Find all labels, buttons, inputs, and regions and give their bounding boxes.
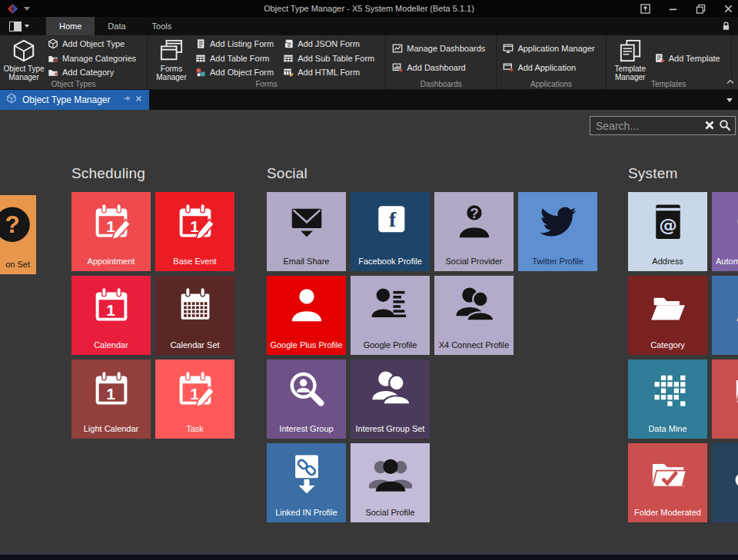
ribbon-column: Add Listing Form Add Table Form Add Obje… [192,37,280,79]
tile-twitter-profile[interactable]: Twitter Profile [518,192,597,271]
pin-tab-icon[interactable] [123,90,131,110]
ribbon-item-manage-categories[interactable]: Manage Categories [46,53,142,64]
section-offscreen: ?on Set [0,195,36,274]
tile-label: Autom [712,257,738,266]
tile-label: Google Plus Profile [267,340,346,350]
tile-x4-connect-profile[interactable]: X4 Connect Profile [434,276,514,355]
social-provider-icon: ? [434,201,514,244]
tile-autom[interactable]: Autom [712,192,738,271]
ribbon-button-template-manager[interactable]: Template Manager [610,37,651,81]
window-title: Object Type Manager - X5 System Modeller… [0,0,738,17]
tile-label: Light Calendar [71,424,151,433]
ribbon-item-application-manager[interactable]: Application Manager [501,43,600,54]
status-bar [0,554,738,560]
tile-cutoff[interactable] [712,360,738,439]
tile-appointment[interactable]: 1 Appointment [71,192,151,271]
ribbon-button-object-type-manager[interactable]: Object Type Manager [3,37,45,81]
ribbon-tab-home[interactable]: Home [46,17,95,35]
tile-task[interactable]: 1 Task [155,360,234,439]
tile-label: Google Profile [351,340,430,350]
ribbon-item-add-application[interactable]: Add Application [501,62,600,73]
ribbon-item-add-listing-form[interactable]: Add Listing Form [194,38,280,49]
close-button[interactable] [723,4,733,14]
restore-button[interactable] [696,4,706,14]
ribbon-item-add-table-form[interactable]: Add Table Form [194,53,280,64]
add-template-icon [654,53,665,64]
twitter-profile-icon [518,201,597,244]
ribbon-button-forms-manager[interactable]: Forms Manager [151,37,192,81]
ribbon-group-columns: Application Manager Add Application [500,37,600,79]
tile-data-mine[interactable]: Data Mine [628,360,707,439]
tile-google-plus-profile[interactable]: Google Plus Profile [267,276,346,355]
ribbon-group-label-object-types: Object Types [0,79,147,89]
on-set-icon: ? [0,204,36,247]
ribbon-item-add-object-form[interactable]: Add Object Form [194,67,280,78]
add-object-type-icon [48,38,58,49]
application-manager-icon [503,43,514,54]
tab-list-caret-icon[interactable] [726,98,733,102]
tile-facebook-profile[interactable]: fFacebook Profile [351,192,430,271]
ribbon-item-add-html-form[interactable]: Add HTML Form [281,67,381,78]
ribbon-item-add-json-form[interactable]: Add JSON Form [281,38,381,49]
tile-email-share[interactable]: Email Share [267,192,346,271]
tile-linked-in-profile[interactable]: Linked IN Profile [267,443,346,522]
ribbon-item-label: Add JSON Form [298,39,360,48]
lock-icon[interactable] [721,20,731,35]
ribbon-item-add-sub-table-form[interactable]: Add Sub Table Form [281,53,381,64]
ribbon-collapse-icon[interactable] [726,74,734,88]
ribbon-item-label: Application Manager [517,44,594,53]
ribbon-item-add-category[interactable]: Add Category [46,67,142,78]
cutoff-icon [712,452,738,495]
document-tab-object-type-manager[interactable]: Object Type Manager [0,90,149,110]
ribbon-group-columns: Add Listing Form Add Table Form Add Obje… [192,37,381,79]
svg-text:@: @ [659,214,677,236]
ribbon-item-add-object-type[interactable]: Add Object Type [46,38,142,49]
tile-cutoff[interactable] [712,276,738,355]
address-icon: @ [628,201,707,244]
ribbon-item-manage-dashboards[interactable]: Manage Dashboards [391,43,491,54]
tile-social-provider[interactable]: ?Social Provider [434,192,514,271]
tile-row: 1 Appointment 1 Base Event [71,192,234,271]
add-application-icon [503,62,514,73]
tile-calendar[interactable]: 1 Calendar [71,276,151,355]
clear-search-icon[interactable] [704,120,715,131]
tile-interest-group-set[interactable]: Interest Group Set [351,360,430,439]
float-window-button[interactable] [640,4,650,14]
close-tab-icon[interactable] [135,90,142,110]
tile-base-event[interactable]: 1 Base Event [155,192,234,271]
tile-light-calendar[interactable]: 1 Light Calendar [71,360,151,439]
tile-label: Category [628,340,707,350]
ribbon-item-add-dashboard[interactable]: Add Dashboard [391,62,491,73]
section-title-scheduling: Scheduling [71,165,234,182]
tile-on-set[interactable]: ?on Set [0,195,36,274]
ribbon-tab-tools[interactable]: Tools [139,17,185,35]
tile-label: Calendar [71,340,151,350]
app-menu-button[interactable] [0,17,37,35]
ribbon-item-label: Add Dashboard [407,63,465,72]
tile-category[interactable]: Category [628,276,707,355]
tile-rows: ?on Set [0,195,36,274]
tile-label: Interest Group [267,424,346,433]
ribbon-column: Application Manager Add Application [500,37,600,79]
tile-address[interactable]: @Address [628,192,707,271]
tile-label: Facebook Profile [351,257,430,266]
tile-rows: Email Share fFacebook Profile ?Social Pr… [267,192,597,522]
ribbon-group-label-forms: Forms [148,79,385,89]
cube-icon [6,93,17,107]
search-icon[interactable] [719,119,731,131]
manage-dashboards-icon [392,43,403,54]
tile-row: Email Share fFacebook Profile ?Social Pr… [267,192,597,271]
add-html-form-icon [283,67,294,78]
tile-social-profile[interactable]: Social Profile [351,443,430,522]
tile-cutoff[interactable] [712,443,738,522]
ribbon-item-add-template[interactable]: Add Template [653,53,726,64]
section-social: Social Email Share fFacebook Profile ?So… [267,165,597,522]
ribbon-tab-data[interactable]: Data [95,17,138,35]
appointment-icon: 1 [71,201,151,244]
tile-google-profile[interactable]: Google Profile [351,276,430,355]
tile-row: ?on Set [0,195,36,274]
minimize-button[interactable] [668,4,678,14]
tile-folder-moderated[interactable]: Folder Moderated [628,443,707,522]
tile-calendar-set[interactable]: Calendar Set [155,276,234,355]
tile-interest-group[interactable]: Interest Group [267,360,346,439]
